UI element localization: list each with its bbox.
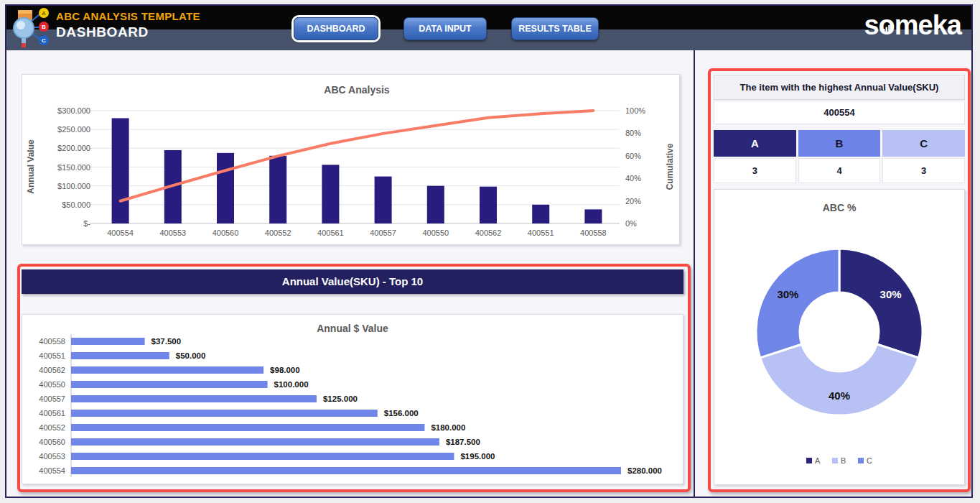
svg-text:400553: 400553 xyxy=(39,452,65,461)
annual-value-chart: Annual $ Value400558$37.500400551$50.000… xyxy=(22,315,683,484)
svg-text:$98.000: $98.000 xyxy=(270,366,300,374)
abc-percent-donut-chart: ABC %30%40%30%ABC xyxy=(714,190,964,484)
svg-text:30%: 30% xyxy=(777,288,798,300)
svg-text:400558: 400558 xyxy=(39,337,65,346)
svg-text:400551: 400551 xyxy=(39,351,65,360)
logo-badge-a: A xyxy=(42,10,46,17)
abc-percent-chart-card: ABC %30%40%30%ABC xyxy=(714,189,965,485)
svg-text:$-: $- xyxy=(83,219,90,228)
svg-text:$280.000: $280.000 xyxy=(627,466,662,475)
top10-section: Annual Value(SKU) - Top 10 Annual $ Valu… xyxy=(17,264,691,492)
class-c-header: C xyxy=(882,130,965,157)
svg-text:400554: 400554 xyxy=(107,229,134,237)
svg-text:20%: 20% xyxy=(625,197,641,206)
abc-analysis-chart-card: ABC Analysis$300.000$250.000$200.000$150… xyxy=(22,74,680,245)
someka-logo-bars-icon xyxy=(883,24,890,32)
highest-item-value: 400554 xyxy=(714,101,965,124)
svg-text:30%: 30% xyxy=(880,288,902,300)
top10-banner: Annual Value(SKU) - Top 10 xyxy=(22,269,683,294)
class-b-header: B xyxy=(798,130,881,157)
nav-results-table-button[interactable]: RESULTS TABLE xyxy=(511,17,599,40)
svg-text:Annual $ Value: Annual $ Value xyxy=(317,323,388,334)
abc-logo-icon: A B C xyxy=(8,7,55,49)
svg-text:60%: 60% xyxy=(625,152,641,160)
svg-text:400552: 400552 xyxy=(265,229,291,237)
svg-text:400550: 400550 xyxy=(422,229,449,237)
svg-text:$250.000: $250.000 xyxy=(57,125,90,134)
svg-text:$37.500: $37.500 xyxy=(151,337,182,346)
svg-text:$200.000: $200.000 xyxy=(57,144,90,152)
column-divider xyxy=(694,50,695,497)
svg-text:$195.000: $195.000 xyxy=(460,452,495,461)
svg-text:ABC Analysis: ABC Analysis xyxy=(324,84,390,96)
svg-text:0%: 0% xyxy=(625,219,637,228)
class-a-header: A xyxy=(714,130,796,157)
svg-text:$100.000: $100.000 xyxy=(274,380,309,389)
svg-text:40%: 40% xyxy=(829,389,850,402)
abc-class-table: A B C 3 4 3 xyxy=(714,130,965,183)
svg-text:C: C xyxy=(867,456,872,465)
logo-badge-c: C xyxy=(42,37,46,44)
page-title: DASHBOARD xyxy=(56,24,200,40)
highest-item-title: The item with the highest Annual Value(S… xyxy=(714,75,965,100)
svg-text:$50.000: $50.000 xyxy=(62,200,90,209)
svg-text:$156.000: $156.000 xyxy=(384,409,419,417)
dashboard-sheet: A B C ABC ANALYSIS TEMPLATE DASHBOARD DA… xyxy=(5,4,973,498)
svg-text:400552: 400552 xyxy=(39,423,65,432)
svg-text:400553: 400553 xyxy=(159,229,186,237)
svg-text:400558: 400558 xyxy=(580,229,607,237)
svg-text:Cumulative: Cumulative xyxy=(665,143,675,190)
template-title: ABC ANALYSIS TEMPLATE xyxy=(56,10,200,22)
svg-text:400562: 400562 xyxy=(39,366,65,374)
svg-text:$300.000: $300.000 xyxy=(57,106,90,115)
svg-text:400551: 400551 xyxy=(528,229,554,237)
svg-text:400562: 400562 xyxy=(475,229,502,237)
svg-text:400557: 400557 xyxy=(370,229,396,237)
svg-text:$125.000: $125.000 xyxy=(323,394,358,403)
svg-text:$50.000: $50.000 xyxy=(176,351,206,360)
svg-text:100%: 100% xyxy=(625,106,645,115)
svg-text:400561: 400561 xyxy=(317,229,344,237)
svg-text:$100.000: $100.000 xyxy=(57,182,90,190)
title-block: ABC ANALYSIS TEMPLATE DASHBOARD xyxy=(56,10,200,40)
abc-summary-panel: The item with the highest Annual Value(S… xyxy=(708,68,971,492)
svg-text:ABC %: ABC % xyxy=(823,202,857,213)
svg-text:80%: 80% xyxy=(625,129,641,137)
svg-text:$150.000: $150.000 xyxy=(57,163,90,172)
svg-text:40%: 40% xyxy=(625,174,641,183)
abc-analysis-chart: ABC Analysis$300.000$250.000$200.000$150… xyxy=(22,75,679,244)
nav-data-input-button[interactable]: DATA INPUT xyxy=(403,17,487,40)
svg-text:400557: 400557 xyxy=(39,394,65,403)
svg-text:$187.500: $187.500 xyxy=(446,438,480,446)
nav-dashboard-button[interactable]: DASHBOARD xyxy=(294,17,378,40)
class-b-count: 4 xyxy=(798,158,881,183)
svg-text:A: A xyxy=(815,456,821,465)
class-c-count: 3 xyxy=(882,158,965,183)
annual-value-chart-card: Annual $ Value400558$37.500400551$50.000… xyxy=(22,314,683,484)
svg-text:B: B xyxy=(841,456,846,465)
svg-text:400560: 400560 xyxy=(213,229,239,237)
content-area: ABC Analysis$300.000$250.000$200.000$150… xyxy=(6,50,971,497)
class-a-count: 3 xyxy=(714,158,796,183)
svg-text:$180.000: $180.000 xyxy=(431,423,465,432)
svg-text:400554: 400554 xyxy=(39,466,65,475)
svg-text:400561: 400561 xyxy=(39,409,65,417)
svg-text:400560: 400560 xyxy=(39,438,65,446)
someka-logo: someka xyxy=(864,10,961,41)
svg-text:Annual Value: Annual Value xyxy=(26,139,36,194)
logo-badge-b: B xyxy=(42,24,46,30)
header: A B C ABC ANALYSIS TEMPLATE DASHBOARD DA… xyxy=(6,6,971,50)
svg-text:400550: 400550 xyxy=(39,380,65,389)
